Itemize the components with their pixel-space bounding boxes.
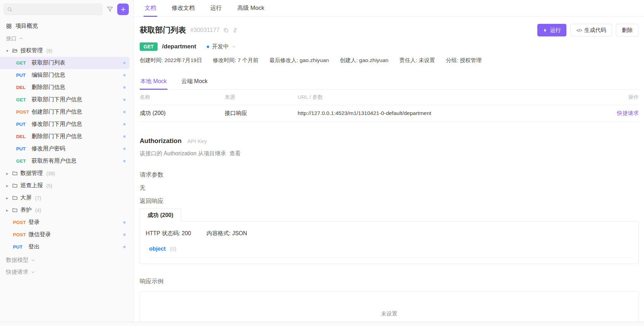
section-quick-request[interactable]: 快捷请求 <box>0 267 133 277</box>
authorization-desc: 该接口的 Authorization 从项目继承 <box>140 150 226 156</box>
api-label: 修改部门下用户信息 <box>32 121 82 128</box>
tab-advanced-mock[interactable]: 高级 Mock <box>236 0 265 17</box>
endpoint-row: GET /department 开发中 <box>140 42 639 51</box>
api-label: 修改用户密码 <box>32 145 65 152</box>
api-label: 登出 <box>28 243 40 251</box>
mock-table: 名称 来源 URL / 参数 操作 成功 (200) 接口响应 http://1… <box>140 90 639 122</box>
col-url: URL / 参数 <box>298 94 597 101</box>
filter-button[interactable] <box>105 5 115 14</box>
meta-row: 创建时间: 2022年7月19日修改时间: 7 个月前最后修改人: gao.zh… <box>140 57 639 64</box>
chevron-down-icon <box>31 270 35 274</box>
caret-right-icon[interactable]: ▸ <box>5 208 9 213</box>
schema-row: object {0} <box>149 246 633 258</box>
code-icon: </> <box>576 28 582 33</box>
quick-request-label: 快捷请求 <box>6 269 28 276</box>
copy-icon[interactable] <box>223 27 229 33</box>
title-row: 获取部门列表 #30031177 运行 <box>140 24 639 36</box>
folder-label: 数据管理 <box>20 170 43 177</box>
view-link[interactable]: 查看 <box>230 150 241 156</box>
mock-table-header: 名称 来源 URL / 参数 操作 <box>140 90 639 105</box>
tab-run[interactable]: 运行 <box>209 0 223 17</box>
plus-icon <box>120 7 126 12</box>
folder-icon <box>12 195 18 201</box>
sidebar: 项目概览 接口 ▾授权管理(9)GET获取部门列表PUT编辑部门信息DEL删除部… <box>0 0 134 322</box>
sidebar-api-item[interactable]: POST登录 <box>0 216 130 229</box>
sidebar-api-item[interactable]: DEL删除部门信息 <box>0 81 130 94</box>
response-tab-success[interactable]: 成功 (200) <box>140 209 181 222</box>
tab-edit-docs[interactable]: 修改文档 <box>171 0 196 17</box>
authorization-section: Authorization API Key 该接口的 Authorization… <box>140 137 639 157</box>
sidebar-api-item[interactable]: GET获取所有用户信息 <box>0 155 130 167</box>
app-window: 项目概览 接口 ▾授权管理(9)GET获取部门列表PUT编辑部门信息DEL删除部… <box>0 0 644 322</box>
search-box[interactable] <box>4 4 102 15</box>
delete-button[interactable]: 删除 <box>616 24 639 36</box>
bottom-scrollbar-track[interactable] <box>0 322 644 326</box>
caret-right-icon[interactable]: ▸ <box>5 183 9 188</box>
folder-icon <box>12 170 18 176</box>
doc-content: 获取部门列表 #30031177 运行 <box>134 17 644 322</box>
sidebar-folder[interactable]: ▸数据管理(39) <box>0 167 130 179</box>
sidebar-api-item[interactable]: POST微信登录 <box>0 229 130 241</box>
sidebar-api-item[interactable]: PUT修改部门下用户信息 <box>0 118 130 130</box>
meta-item: 分组: 授权管理 <box>446 57 482 64</box>
meta-item: 最后修改人: gao.zhiyuan <box>270 57 329 64</box>
folder-count: (7) <box>35 195 41 201</box>
table-row: 成功 (200) 接口响应 http://127.0.0.1:4523/m1/1… <box>140 105 639 122</box>
run-button[interactable]: 运行 <box>537 24 566 36</box>
api-label: 创建部门下用户信息 <box>32 108 82 116</box>
sidebar-folder[interactable]: ▸大屏(7) <box>0 192 130 204</box>
sync-dot <box>123 74 126 76</box>
sidebar-folder[interactable]: ▸巡查上报(5) <box>0 179 130 192</box>
sidebar-api-item[interactable]: POST创建部门下用户信息 <box>0 106 130 118</box>
method-label: POST <box>13 232 28 237</box>
quick-request-link[interactable]: 快捷请求 <box>617 110 639 116</box>
page-title: 获取部门列表 <box>140 25 186 35</box>
response-title: 返回响应 <box>140 197 639 205</box>
main-panel: 文档 修改文档 运行 高级 Mock 获取部门列表 #30031177 <box>134 0 644 322</box>
search-input[interactable] <box>15 6 99 12</box>
api-tree: ▾授权管理(9)GET获取部门列表PUT编辑部门信息DEL删除部门信息GET获取… <box>0 45 133 253</box>
sidebar-item-project-overview[interactable]: 项目概览 <box>0 21 133 31</box>
folder-count: (4) <box>35 208 41 213</box>
schema-object-link[interactable]: object <box>149 246 166 252</box>
sync-dot <box>123 221 126 224</box>
tab-cloud-mock[interactable]: 云端 Mock <box>181 78 208 90</box>
sidebar-folder[interactable]: ▾授权管理(9) <box>0 45 130 57</box>
generate-code-button[interactable]: </> 生成代码 <box>570 24 612 36</box>
schema-count: {0} <box>170 246 177 252</box>
tab-local-mock[interactable]: 本地 Mock <box>140 78 167 90</box>
response-example-title: 响应示例 <box>140 277 639 285</box>
folder-icon <box>12 207 18 213</box>
response-panel: HTTP 状态码: 200内容格式: JSON object {0} <box>140 221 639 264</box>
caret-down-icon[interactable]: ▾ <box>5 48 9 53</box>
status-dropdown[interactable]: 开发中 <box>207 43 236 50</box>
status-dot <box>207 46 209 48</box>
method-badge: GET <box>140 42 158 51</box>
tab-docs[interactable]: 文档 <box>144 0 157 17</box>
mock-url: http://127.0.0.1:4523/m1/1310421-0-defau… <box>298 110 597 116</box>
sidebar-api-item[interactable]: PUT登出 <box>0 241 130 253</box>
sidebar-api-item[interactable]: GET获取部门列表 <box>0 57 130 69</box>
col-actions: 操作 <box>597 94 639 101</box>
section-api-label: 接口 <box>6 35 16 42</box>
sidebar-api-item[interactable]: PUT修改用户密码 <box>0 143 130 155</box>
sidebar-api-item[interactable]: DEL删除部门下用户信息 <box>0 130 130 143</box>
sidebar-folder[interactable]: ▸养护(4) <box>0 204 130 216</box>
chevron-down-icon <box>232 45 236 49</box>
section-data-models[interactable]: 数据模型 <box>0 255 133 265</box>
response-info-item: HTTP 状态码: 200 <box>146 230 191 237</box>
link-icon[interactable] <box>232 27 238 33</box>
status-label: 开发中 <box>212 43 229 50</box>
section-api[interactable]: 接口 <box>0 34 133 43</box>
add-button[interactable] <box>117 4 129 15</box>
api-label: 删除部门下用户信息 <box>32 133 82 140</box>
response-info: HTTP 状态码: 200内容格式: JSON <box>146 230 633 237</box>
api-label: 登录 <box>28 219 40 226</box>
meta-item: 创建时间: 2022年7月19日 <box>140 57 202 64</box>
caret-right-icon[interactable]: ▸ <box>5 196 9 201</box>
request-params-title: 请求参数 <box>140 171 639 179</box>
sidebar-api-item[interactable]: GET获取部门下用户信息 <box>0 94 130 106</box>
folder-label: 授权管理 <box>20 47 43 54</box>
sidebar-api-item[interactable]: PUT编辑部门信息 <box>0 69 130 81</box>
caret-right-icon[interactable]: ▸ <box>5 171 9 176</box>
